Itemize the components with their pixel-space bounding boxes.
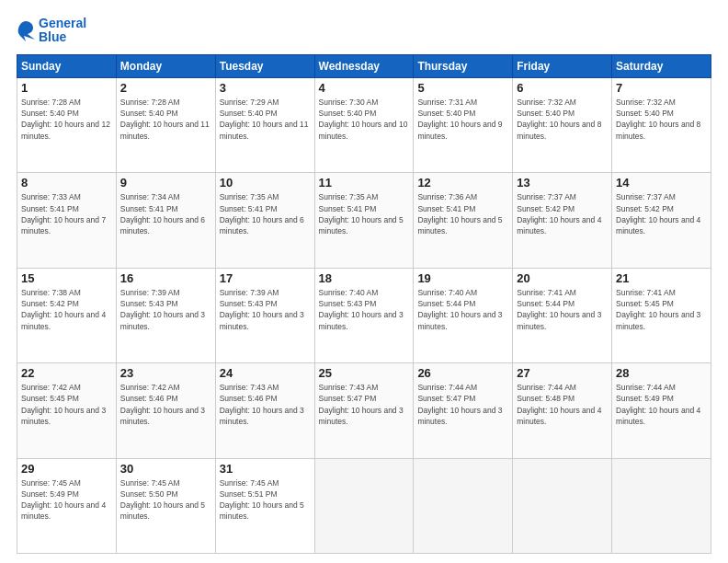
calendar-day-cell: 19Sunrise: 7:40 AMSunset: 5:44 PMDayligh… [414,268,513,362]
calendar-week-row: 15Sunrise: 7:38 AMSunset: 5:42 PMDayligh… [17,268,711,362]
day-info: Sunrise: 7:37 AMSunset: 5:42 PMDaylight:… [517,191,608,236]
day-number: 26 [417,366,508,380]
day-info: Sunrise: 7:44 AMSunset: 5:48 PMDaylight:… [517,382,608,427]
day-number: 20 [517,271,608,285]
day-info: Sunrise: 7:37 AMSunset: 5:42 PMDaylight:… [616,191,707,236]
day-number: 25 [319,366,410,380]
calendar-day-cell: 17Sunrise: 7:39 AMSunset: 5:43 PMDayligh… [215,268,314,362]
day-number: 2 [120,81,211,95]
day-info: Sunrise: 7:40 AMSunset: 5:44 PMDaylight:… [417,287,508,332]
calendar-day-cell: 9Sunrise: 7:34 AMSunset: 5:41 PMDaylight… [116,173,215,268]
calendar-day-cell: 6Sunrise: 7:32 AMSunset: 5:40 PMDaylight… [513,77,612,172]
day-info: Sunrise: 7:39 AMSunset: 5:43 PMDaylight:… [120,287,211,332]
calendar-day-cell: 25Sunrise: 7:43 AMSunset: 5:47 PMDayligh… [314,363,414,458]
day-number: 22 [21,366,112,380]
logo: GeneralBlue [17,17,86,45]
day-info: Sunrise: 7:42 AMSunset: 5:45 PMDaylight:… [21,382,112,427]
day-info: Sunrise: 7:35 AMSunset: 5:41 PMDaylight:… [220,191,311,236]
day-info: Sunrise: 7:41 AMSunset: 5:44 PMDaylight:… [517,287,608,332]
calendar-day-cell: 26Sunrise: 7:44 AMSunset: 5:47 PMDayligh… [414,363,513,458]
calendar-day-cell: 15Sunrise: 7:38 AMSunset: 5:42 PMDayligh… [17,268,117,362]
calendar-day-cell: 10Sunrise: 7:35 AMSunset: 5:41 PMDayligh… [215,173,314,268]
calendar-week-row: 29Sunrise: 7:45 AMSunset: 5:49 PMDayligh… [17,458,711,553]
day-number: 5 [417,81,508,95]
day-number: 13 [517,176,608,190]
day-info: Sunrise: 7:28 AMSunset: 5:40 PMDaylight:… [21,97,112,142]
calendar-day-cell: 29Sunrise: 7:45 AMSunset: 5:49 PMDayligh… [17,458,117,553]
calendar-day-cell: 1Sunrise: 7:28 AMSunset: 5:40 PMDaylight… [17,77,117,172]
calendar-day-cell: 4Sunrise: 7:30 AMSunset: 5:40 PMDaylight… [314,77,414,172]
calendar-day-cell [513,458,612,553]
day-info: Sunrise: 7:42 AMSunset: 5:46 PMDaylight:… [120,382,211,427]
calendar-day-cell: 24Sunrise: 7:43 AMSunset: 5:46 PMDayligh… [215,363,314,458]
day-number: 23 [120,366,211,380]
day-number: 29 [21,462,112,476]
day-info: Sunrise: 7:39 AMSunset: 5:43 PMDaylight:… [220,287,311,332]
calendar-week-row: 22Sunrise: 7:42 AMSunset: 5:45 PMDayligh… [17,363,711,458]
calendar-day-cell: 31Sunrise: 7:45 AMSunset: 5:51 PMDayligh… [215,458,314,553]
day-info: Sunrise: 7:43 AMSunset: 5:46 PMDaylight:… [220,382,311,427]
day-number: 1 [21,81,112,95]
day-of-week-header: Monday [116,54,215,77]
day-info: Sunrise: 7:43 AMSunset: 5:47 PMDaylight:… [319,382,410,427]
day-info: Sunrise: 7:32 AMSunset: 5:40 PMDaylight:… [616,97,707,142]
calendar-day-cell: 23Sunrise: 7:42 AMSunset: 5:46 PMDayligh… [116,363,215,458]
day-info: Sunrise: 7:31 AMSunset: 5:40 PMDaylight:… [417,97,508,142]
day-of-week-header: Tuesday [215,54,314,77]
day-info: Sunrise: 7:33 AMSunset: 5:41 PMDaylight:… [21,191,112,236]
day-number: 6 [517,81,608,95]
day-number: 3 [220,81,311,95]
calendar-day-cell: 21Sunrise: 7:41 AMSunset: 5:45 PMDayligh… [612,268,711,362]
calendar-week-row: 8Sunrise: 7:33 AMSunset: 5:41 PMDaylight… [17,173,711,268]
calendar-day-cell: 3Sunrise: 7:29 AMSunset: 5:40 PMDaylight… [215,77,314,172]
calendar-day-cell: 30Sunrise: 7:45 AMSunset: 5:50 PMDayligh… [116,458,215,553]
calendar-header-row: SundayMondayTuesdayWednesdayThursdayFrid… [17,54,711,77]
logo-bird-icon [17,19,35,41]
day-number: 12 [417,176,508,190]
day-number: 18 [319,271,410,285]
day-of-week-header: Thursday [414,54,513,77]
day-info: Sunrise: 7:30 AMSunset: 5:40 PMDaylight:… [319,97,410,142]
day-info: Sunrise: 7:45 AMSunset: 5:50 PMDaylight:… [120,477,211,523]
day-info: Sunrise: 7:40 AMSunset: 5:43 PMDaylight:… [319,287,410,332]
day-info: Sunrise: 7:38 AMSunset: 5:42 PMDaylight:… [21,287,112,332]
calendar-day-cell: 12Sunrise: 7:36 AMSunset: 5:41 PMDayligh… [414,173,513,268]
day-info: Sunrise: 7:32 AMSunset: 5:40 PMDaylight:… [517,97,608,142]
day-number: 28 [616,366,707,380]
calendar-day-cell [414,458,513,553]
day-info: Sunrise: 7:28 AMSunset: 5:40 PMDaylight:… [120,97,211,142]
logo-text: GeneralBlue [39,17,86,45]
day-number: 10 [220,176,311,190]
day-info: Sunrise: 7:45 AMSunset: 5:51 PMDaylight:… [220,477,311,523]
logo-blue: Blue [39,29,66,44]
day-number: 4 [319,81,410,95]
calendar-day-cell: 2Sunrise: 7:28 AMSunset: 5:40 PMDaylight… [116,77,215,172]
day-info: Sunrise: 7:41 AMSunset: 5:45 PMDaylight:… [616,287,707,332]
day-number: 30 [120,462,211,476]
day-number: 11 [319,176,410,190]
calendar-day-cell: 7Sunrise: 7:32 AMSunset: 5:40 PMDaylight… [612,77,711,172]
day-number: 9 [120,176,211,190]
day-number: 27 [517,366,608,380]
day-info: Sunrise: 7:34 AMSunset: 5:41 PMDaylight:… [120,191,211,236]
calendar-day-cell: 14Sunrise: 7:37 AMSunset: 5:42 PMDayligh… [612,173,711,268]
calendar-day-cell: 5Sunrise: 7:31 AMSunset: 5:40 PMDaylight… [414,77,513,172]
day-info: Sunrise: 7:45 AMSunset: 5:49 PMDaylight:… [21,477,112,523]
day-of-week-header: Wednesday [314,54,414,77]
page: GeneralBlue SundayMondayTuesdayWednesday… [0,0,728,563]
day-of-week-header: Saturday [612,54,711,77]
day-number: 15 [21,271,112,285]
day-info: Sunrise: 7:35 AMSunset: 5:41 PMDaylight:… [319,191,410,236]
calendar-day-cell: 16Sunrise: 7:39 AMSunset: 5:43 PMDayligh… [116,268,215,362]
calendar-week-row: 1Sunrise: 7:28 AMSunset: 5:40 PMDaylight… [17,77,711,172]
day-info: Sunrise: 7:44 AMSunset: 5:49 PMDaylight:… [616,382,707,427]
calendar-day-cell: 11Sunrise: 7:35 AMSunset: 5:41 PMDayligh… [314,173,414,268]
day-number: 7 [616,81,707,95]
logo-general: General [39,16,86,30]
calendar-day-cell: 18Sunrise: 7:40 AMSunset: 5:43 PMDayligh… [314,268,414,362]
calendar-day-cell: 27Sunrise: 7:44 AMSunset: 5:48 PMDayligh… [513,363,612,458]
day-number: 14 [616,176,707,190]
day-number: 8 [21,176,112,190]
calendar-day-cell: 8Sunrise: 7:33 AMSunset: 5:41 PMDaylight… [17,173,117,268]
day-info: Sunrise: 7:44 AMSunset: 5:47 PMDaylight:… [417,382,508,427]
